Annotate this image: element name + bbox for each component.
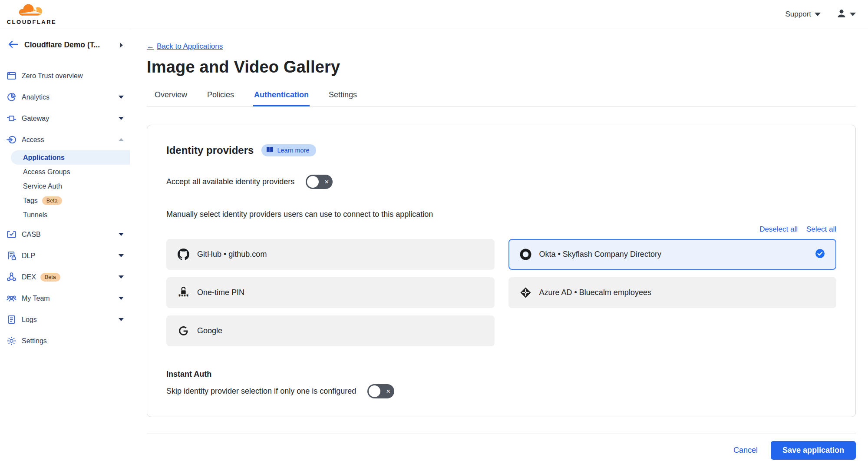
provider-label: Okta • Skyflash Company Directory: [539, 250, 815, 259]
access-arrow-icon: [7, 135, 17, 145]
cancel-button[interactable]: Cancel: [733, 446, 758, 455]
sidebar-item-analytics[interactable]: Analytics: [0, 86, 130, 108]
svg-text:****: ****: [178, 293, 189, 299]
provider-label: One-time PIN: [197, 288, 483, 297]
toggle-off-x-icon: ×: [386, 387, 390, 395]
save-application-button[interactable]: Save application: [771, 441, 856, 460]
sidebar-item-tunnels[interactable]: Tunnels: [0, 208, 130, 222]
provider-tile-azure-ad[interactable]: Azure AD • Bluecalm employees: [508, 277, 837, 308]
sidebar-item-access-groups[interactable]: Access Groups: [0, 165, 130, 179]
main-content: ← Back to Applications Image and Video G…: [130, 29, 868, 461]
sidebar-item-dlp[interactable]: DLP: [0, 245, 130, 266]
cloudflare-logo[interactable]: CLOUDFLARE: [6, 3, 57, 25]
card-title: Identity providers: [166, 144, 254, 156]
tab-overview[interactable]: Overview: [154, 88, 188, 106]
sidebar-item-label: CASB: [22, 231, 41, 239]
provider-grid: GitHub • github.com Okta • Skyflash Comp…: [166, 239, 836, 346]
support-menu[interactable]: Support: [785, 10, 821, 19]
cloudflare-wordmark: CLOUDFLARE: [7, 19, 57, 25]
learn-more-label: Learn more: [277, 147, 309, 154]
accept-all-idp-toggle[interactable]: ×: [306, 175, 333, 189]
learn-more-badge[interactable]: Learn more: [261, 144, 316, 156]
cloudflare-cloud-icon: [17, 3, 46, 18]
chevron-down-icon[interactable]: [119, 96, 124, 99]
toggle-off-x-icon: ×: [324, 178, 329, 185]
identity-providers-card: Identity providers Learn more Accept all…: [147, 125, 856, 417]
sidebar-item-label: Logs: [22, 316, 37, 324]
sidebar-item-gateway[interactable]: Gateway: [0, 108, 130, 129]
box-check-icon: [7, 229, 17, 239]
sidebar-item-label: Settings: [22, 337, 47, 345]
sidebar-item-label: Access: [22, 136, 44, 144]
sidebar-nav: Zero Trust overview Analytics Gateway: [0, 61, 130, 352]
back-arrow-icon[interactable]: [8, 40, 18, 50]
book-icon: [266, 146, 274, 154]
provider-tile-one-time-pin[interactable]: **** One-time PIN: [166, 277, 495, 308]
sidebar-item-label: DEX: [22, 273, 36, 281]
sub-item-label: Access Groups: [23, 168, 70, 176]
provider-tile-okta[interactable]: Okta • Skyflash Company Directory: [508, 239, 837, 270]
account-title[interactable]: Cloudflare Demo (T...: [24, 40, 114, 50]
instant-auth-heading: Instant Auth: [166, 370, 836, 379]
sub-item-label: Tags: [23, 197, 38, 205]
sidebar-item-label: Analytics: [22, 93, 50, 101]
select-all-link[interactable]: Select all: [806, 225, 836, 234]
provider-tile-google[interactable]: Google: [166, 315, 495, 346]
sidebar-item-zero-trust-overview[interactable]: Zero Trust overview: [0, 65, 130, 86]
chevron-down-icon[interactable]: [119, 233, 124, 236]
provider-label: GitHub • github.com: [197, 250, 483, 259]
page-title: Image and Video Gallery: [147, 58, 856, 76]
document-lock-icon: [7, 251, 17, 261]
chevron-down-icon[interactable]: [119, 254, 124, 257]
pie-chart-icon: [7, 92, 17, 102]
instant-auth-label: Skip identity provider selection if only…: [166, 387, 356, 396]
selected-check-icon: [815, 249, 825, 260]
support-label: Support: [785, 10, 811, 19]
sidebar-item-settings[interactable]: Settings: [0, 330, 130, 352]
chevron-down-icon[interactable]: [119, 318, 124, 321]
top-bar: CLOUDFLARE Support: [0, 0, 868, 29]
sidebar-item-label: Gateway: [22, 115, 49, 123]
chevron-down-icon: [815, 13, 821, 16]
toggle-knob: [369, 385, 380, 397]
sidebar-item-logs[interactable]: Logs: [0, 309, 130, 330]
sub-item-label: Tunnels: [23, 211, 47, 219]
beta-badge: Beta: [40, 273, 60, 282]
accept-all-idp-label: Accept all available identity providers: [166, 177, 294, 186]
sidebar-item-service-auth[interactable]: Service Auth: [0, 179, 130, 193]
provider-label: Google: [197, 326, 483, 335]
back-arrow-icon: ←: [147, 42, 154, 51]
sidebar-item-applications[interactable]: Applications: [11, 150, 130, 165]
chevron-down-icon[interactable]: [119, 275, 124, 279]
sidebar-item-tags[interactable]: Tags Beta: [0, 193, 130, 208]
azure-ad-icon: [520, 286, 531, 299]
chevron-down-icon[interactable]: [119, 117, 124, 120]
sidebar-item-access[interactable]: Access: [0, 129, 130, 150]
sidebar: Cloudflare Demo (T... Zero Trust overvie…: [0, 29, 130, 461]
chevron-right-icon[interactable]: [120, 43, 123, 48]
chevron-down-icon[interactable]: [119, 297, 124, 300]
back-to-applications-link[interactable]: ← Back to Applications: [147, 42, 223, 51]
user-account-menu[interactable]: [836, 8, 856, 20]
sidebar-item-my-team[interactable]: My Team: [0, 288, 130, 309]
user-icon: [836, 8, 847, 20]
provider-tile-github[interactable]: GitHub • github.com: [166, 239, 495, 270]
github-icon: [178, 248, 189, 261]
toggle-knob: [307, 176, 319, 188]
tab-settings[interactable]: Settings: [328, 88, 358, 106]
tab-policies[interactable]: Policies: [206, 88, 235, 106]
beta-badge: Beta: [42, 196, 62, 205]
instant-auth-toggle[interactable]: ×: [367, 384, 394, 398]
sidebar-item-dex[interactable]: DEX Beta: [0, 266, 130, 288]
one-time-pin-icon: ****: [178, 286, 189, 299]
sub-item-label: Service Auth: [23, 182, 62, 190]
footer-actions: Cancel Save application: [147, 434, 856, 460]
chevron-up-icon[interactable]: [119, 138, 124, 141]
sidebar-item-casb[interactable]: CASB: [0, 224, 130, 245]
deselect-all-link[interactable]: Deselect all: [759, 225, 798, 234]
gear-icon: [7, 336, 17, 346]
sidebar-item-label: My Team: [22, 295, 50, 302]
chevron-down-icon: [850, 13, 856, 16]
sidebar-item-label: Zero Trust overview: [22, 72, 83, 80]
tab-authentication[interactable]: Authentication: [253, 88, 310, 106]
